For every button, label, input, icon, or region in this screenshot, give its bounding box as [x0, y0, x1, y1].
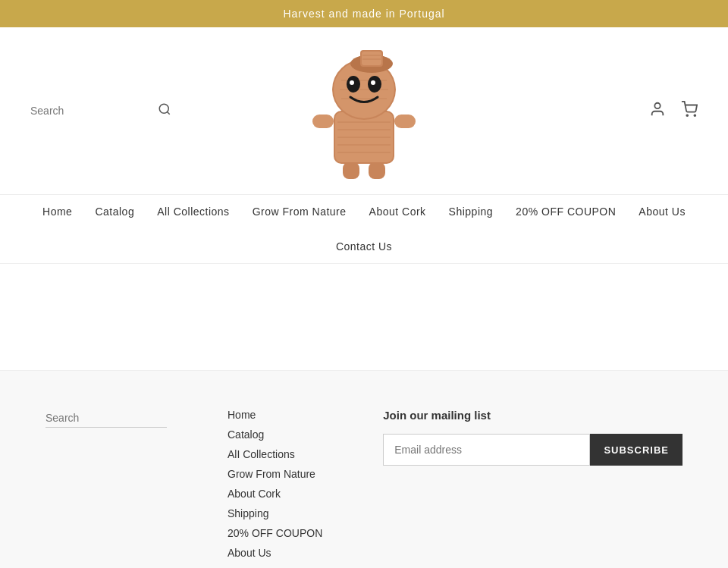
svg-point-29: [694, 115, 695, 116]
footer-nav-about-us[interactable]: About Us: [228, 547, 322, 559]
footer-nav-grow-from-nature[interactable]: Grow From Nature: [228, 468, 322, 480]
main-content: [0, 264, 728, 370]
main-nav: Home Catalog All Collections Grow From N…: [0, 195, 728, 264]
svg-point-28: [686, 115, 688, 116]
nav-item-about-cork[interactable]: About Cork: [369, 206, 426, 218]
cart-icon: [681, 101, 698, 118]
mailing-form: SUBSCRIBE: [383, 434, 682, 466]
svg-rect-23: [312, 115, 334, 128]
header-icons: [475, 101, 698, 121]
footer: Home Catalog AlI Collections Grow From N…: [0, 370, 728, 568]
footer-search-input[interactable]: [46, 409, 167, 428]
footer-nav-about-cork[interactable]: About Cork: [228, 488, 322, 500]
svg-point-17: [371, 80, 375, 85]
account-button[interactable]: [649, 101, 666, 121]
account-icon: [649, 101, 666, 118]
svg-rect-25: [343, 162, 359, 179]
top-banner: Harvest and made in Portugal: [0, 0, 728, 27]
nav-item-contact-us[interactable]: Contact Us: [336, 240, 392, 253]
mailing-email-input[interactable]: [383, 434, 590, 466]
footer-mailing-col: Join our mailing list SUBSCRIBE: [383, 409, 682, 568]
cart-button[interactable]: [681, 101, 698, 121]
search-button[interactable]: [158, 102, 171, 119]
footer-nav-coupon[interactable]: 20% OFF COUPON: [228, 527, 322, 539]
nav-item-grow-from-nature[interactable]: Grow From Nature: [253, 206, 347, 218]
svg-rect-20: [362, 52, 381, 65]
nav-item-shipping[interactable]: Shipping: [449, 206, 494, 218]
footer-nav-home[interactable]: Home: [228, 409, 322, 421]
footer-search-col: [46, 409, 167, 568]
nav-item-home[interactable]: Home: [42, 206, 72, 218]
svg-point-0: [159, 104, 168, 113]
svg-rect-24: [394, 115, 416, 128]
search-input[interactable]: [30, 105, 152, 117]
nav-item-about-us[interactable]: About Us: [639, 206, 686, 218]
nav-item-catalog[interactable]: Catalog: [95, 206, 134, 218]
search-icon: [158, 102, 171, 116]
mailing-title: Join our mailing list: [383, 409, 682, 422]
nav-item-all-collections[interactable]: All Collections: [157, 206, 229, 218]
header-search-area: [30, 102, 253, 119]
footer-nav-shipping[interactable]: Shipping: [228, 507, 322, 519]
footer-nav-catalog[interactable]: Catalog: [228, 428, 322, 441]
svg-line-1: [167, 111, 169, 114]
header: [0, 27, 728, 195]
nav-item-coupon[interactable]: 20% OFF COUPON: [516, 206, 616, 218]
subscribe-button[interactable]: SUBSCRIBE: [590, 434, 682, 466]
footer-top: Home Catalog AlI Collections Grow From N…: [46, 409, 682, 568]
logo-image: [296, 35, 432, 187]
logo-area: [253, 35, 475, 187]
banner-text: Harvest and made in Portugal: [283, 8, 444, 20]
footer-nav-all-collections[interactable]: AlI Collections: [228, 448, 322, 460]
svg-point-27: [654, 102, 660, 108]
footer-nav-col: Home Catalog AlI Collections Grow From N…: [228, 409, 322, 568]
svg-rect-26: [369, 162, 385, 179]
svg-point-16: [350, 80, 354, 85]
